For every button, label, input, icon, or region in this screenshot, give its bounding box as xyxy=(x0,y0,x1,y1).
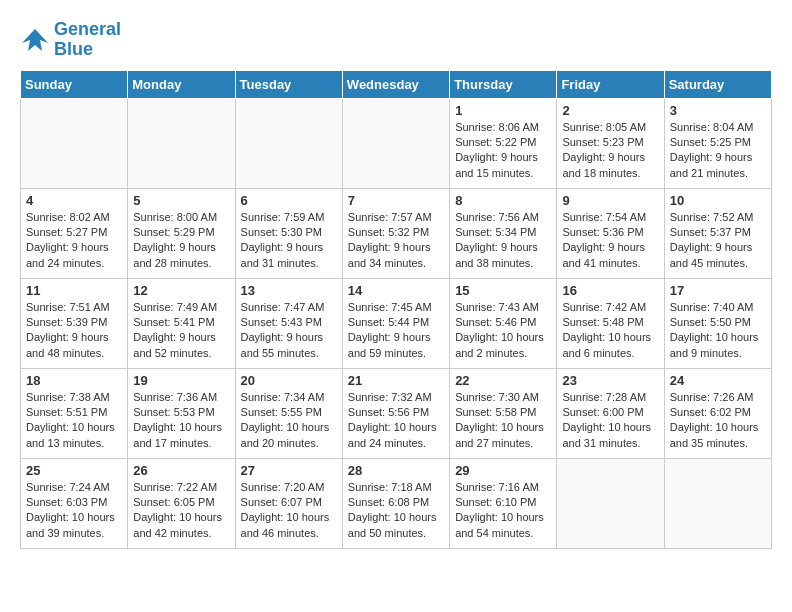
calendar-cell: 11Sunrise: 7:51 AM Sunset: 5:39 PM Dayli… xyxy=(21,278,128,368)
day-number: 18 xyxy=(26,373,122,388)
week-row-1: 1Sunrise: 8:06 AM Sunset: 5:22 PM Daylig… xyxy=(21,98,772,188)
calendar-cell: 29Sunrise: 7:16 AM Sunset: 6:10 PM Dayli… xyxy=(450,458,557,548)
calendar-cell: 18Sunrise: 7:38 AM Sunset: 5:51 PM Dayli… xyxy=(21,368,128,458)
weekday-header-wednesday: Wednesday xyxy=(342,70,449,98)
day-number: 25 xyxy=(26,463,122,478)
day-info: Sunrise: 8:02 AM Sunset: 5:27 PM Dayligh… xyxy=(26,210,122,272)
day-info: Sunrise: 7:40 AM Sunset: 5:50 PM Dayligh… xyxy=(670,300,766,362)
day-info: Sunrise: 7:26 AM Sunset: 6:02 PM Dayligh… xyxy=(670,390,766,452)
calendar-cell: 25Sunrise: 7:24 AM Sunset: 6:03 PM Dayli… xyxy=(21,458,128,548)
calendar-cell: 20Sunrise: 7:34 AM Sunset: 5:55 PM Dayli… xyxy=(235,368,342,458)
calendar-cell xyxy=(664,458,771,548)
day-number: 17 xyxy=(670,283,766,298)
day-number: 2 xyxy=(562,103,658,118)
calendar-cell: 24Sunrise: 7:26 AM Sunset: 6:02 PM Dayli… xyxy=(664,368,771,458)
day-number: 29 xyxy=(455,463,551,478)
week-row-5: 25Sunrise: 7:24 AM Sunset: 6:03 PM Dayli… xyxy=(21,458,772,548)
calendar-cell: 22Sunrise: 7:30 AM Sunset: 5:58 PM Dayli… xyxy=(450,368,557,458)
calendar-cell: 14Sunrise: 7:45 AM Sunset: 5:44 PM Dayli… xyxy=(342,278,449,368)
day-info: Sunrise: 7:56 AM Sunset: 5:34 PM Dayligh… xyxy=(455,210,551,272)
calendar-cell xyxy=(557,458,664,548)
day-number: 5 xyxy=(133,193,229,208)
day-info: Sunrise: 7:47 AM Sunset: 5:43 PM Dayligh… xyxy=(241,300,337,362)
day-info: Sunrise: 7:22 AM Sunset: 6:05 PM Dayligh… xyxy=(133,480,229,542)
day-info: Sunrise: 7:43 AM Sunset: 5:46 PM Dayligh… xyxy=(455,300,551,362)
day-number: 13 xyxy=(241,283,337,298)
weekday-header-row: SundayMondayTuesdayWednesdayThursdayFrid… xyxy=(21,70,772,98)
calendar-cell: 3Sunrise: 8:04 AM Sunset: 5:25 PM Daylig… xyxy=(664,98,771,188)
day-info: Sunrise: 7:38 AM Sunset: 5:51 PM Dayligh… xyxy=(26,390,122,452)
day-info: Sunrise: 8:05 AM Sunset: 5:23 PM Dayligh… xyxy=(562,120,658,182)
calendar-cell: 21Sunrise: 7:32 AM Sunset: 5:56 PM Dayli… xyxy=(342,368,449,458)
calendar-cell: 26Sunrise: 7:22 AM Sunset: 6:05 PM Dayli… xyxy=(128,458,235,548)
calendar-cell xyxy=(21,98,128,188)
calendar-cell: 2Sunrise: 8:05 AM Sunset: 5:23 PM Daylig… xyxy=(557,98,664,188)
day-number: 23 xyxy=(562,373,658,388)
day-info: Sunrise: 7:42 AM Sunset: 5:48 PM Dayligh… xyxy=(562,300,658,362)
weekday-header-friday: Friday xyxy=(557,70,664,98)
day-info: Sunrise: 7:49 AM Sunset: 5:41 PM Dayligh… xyxy=(133,300,229,362)
page-header: General Blue xyxy=(20,20,772,60)
day-info: Sunrise: 8:06 AM Sunset: 5:22 PM Dayligh… xyxy=(455,120,551,182)
calendar-cell: 9Sunrise: 7:54 AM Sunset: 5:36 PM Daylig… xyxy=(557,188,664,278)
calendar-cell: 23Sunrise: 7:28 AM Sunset: 6:00 PM Dayli… xyxy=(557,368,664,458)
day-info: Sunrise: 7:54 AM Sunset: 5:36 PM Dayligh… xyxy=(562,210,658,272)
day-number: 22 xyxy=(455,373,551,388)
calendar-cell: 5Sunrise: 8:00 AM Sunset: 5:29 PM Daylig… xyxy=(128,188,235,278)
calendar-cell: 27Sunrise: 7:20 AM Sunset: 6:07 PM Dayli… xyxy=(235,458,342,548)
weekday-header-thursday: Thursday xyxy=(450,70,557,98)
day-info: Sunrise: 7:45 AM Sunset: 5:44 PM Dayligh… xyxy=(348,300,444,362)
day-number: 4 xyxy=(26,193,122,208)
logo: General Blue xyxy=(20,20,121,60)
day-number: 19 xyxy=(133,373,229,388)
day-info: Sunrise: 7:57 AM Sunset: 5:32 PM Dayligh… xyxy=(348,210,444,272)
day-number: 12 xyxy=(133,283,229,298)
weekday-header-monday: Monday xyxy=(128,70,235,98)
calendar-cell: 6Sunrise: 7:59 AM Sunset: 5:30 PM Daylig… xyxy=(235,188,342,278)
day-number: 21 xyxy=(348,373,444,388)
day-number: 7 xyxy=(348,193,444,208)
logo-icon xyxy=(20,25,50,55)
calendar-cell: 1Sunrise: 8:06 AM Sunset: 5:22 PM Daylig… xyxy=(450,98,557,188)
logo-text: General Blue xyxy=(54,20,121,60)
calendar-cell: 8Sunrise: 7:56 AM Sunset: 5:34 PM Daylig… xyxy=(450,188,557,278)
day-number: 8 xyxy=(455,193,551,208)
day-info: Sunrise: 7:24 AM Sunset: 6:03 PM Dayligh… xyxy=(26,480,122,542)
day-info: Sunrise: 7:30 AM Sunset: 5:58 PM Dayligh… xyxy=(455,390,551,452)
day-number: 6 xyxy=(241,193,337,208)
day-info: Sunrise: 7:51 AM Sunset: 5:39 PM Dayligh… xyxy=(26,300,122,362)
day-info: Sunrise: 7:34 AM Sunset: 5:55 PM Dayligh… xyxy=(241,390,337,452)
calendar-cell: 28Sunrise: 7:18 AM Sunset: 6:08 PM Dayli… xyxy=(342,458,449,548)
calendar-cell: 10Sunrise: 7:52 AM Sunset: 5:37 PM Dayli… xyxy=(664,188,771,278)
day-info: Sunrise: 7:16 AM Sunset: 6:10 PM Dayligh… xyxy=(455,480,551,542)
calendar-cell: 4Sunrise: 8:02 AM Sunset: 5:27 PM Daylig… xyxy=(21,188,128,278)
calendar-cell: 12Sunrise: 7:49 AM Sunset: 5:41 PM Dayli… xyxy=(128,278,235,368)
day-number: 20 xyxy=(241,373,337,388)
day-info: Sunrise: 7:36 AM Sunset: 5:53 PM Dayligh… xyxy=(133,390,229,452)
day-number: 3 xyxy=(670,103,766,118)
day-number: 16 xyxy=(562,283,658,298)
calendar-cell: 17Sunrise: 7:40 AM Sunset: 5:50 PM Dayli… xyxy=(664,278,771,368)
calendar-cell: 13Sunrise: 7:47 AM Sunset: 5:43 PM Dayli… xyxy=(235,278,342,368)
week-row-2: 4Sunrise: 8:02 AM Sunset: 5:27 PM Daylig… xyxy=(21,188,772,278)
day-number: 10 xyxy=(670,193,766,208)
week-row-4: 18Sunrise: 7:38 AM Sunset: 5:51 PM Dayli… xyxy=(21,368,772,458)
calendar-cell: 15Sunrise: 7:43 AM Sunset: 5:46 PM Dayli… xyxy=(450,278,557,368)
day-number: 24 xyxy=(670,373,766,388)
day-number: 14 xyxy=(348,283,444,298)
day-number: 1 xyxy=(455,103,551,118)
day-number: 11 xyxy=(26,283,122,298)
calendar-cell xyxy=(235,98,342,188)
calendar-cell: 16Sunrise: 7:42 AM Sunset: 5:48 PM Dayli… xyxy=(557,278,664,368)
day-info: Sunrise: 7:28 AM Sunset: 6:00 PM Dayligh… xyxy=(562,390,658,452)
calendar-cell xyxy=(128,98,235,188)
day-number: 28 xyxy=(348,463,444,478)
day-info: Sunrise: 7:32 AM Sunset: 5:56 PM Dayligh… xyxy=(348,390,444,452)
day-info: Sunrise: 7:20 AM Sunset: 6:07 PM Dayligh… xyxy=(241,480,337,542)
day-number: 27 xyxy=(241,463,337,478)
weekday-header-tuesday: Tuesday xyxy=(235,70,342,98)
day-info: Sunrise: 8:00 AM Sunset: 5:29 PM Dayligh… xyxy=(133,210,229,272)
day-number: 15 xyxy=(455,283,551,298)
day-info: Sunrise: 7:52 AM Sunset: 5:37 PM Dayligh… xyxy=(670,210,766,272)
calendar-cell: 7Sunrise: 7:57 AM Sunset: 5:32 PM Daylig… xyxy=(342,188,449,278)
